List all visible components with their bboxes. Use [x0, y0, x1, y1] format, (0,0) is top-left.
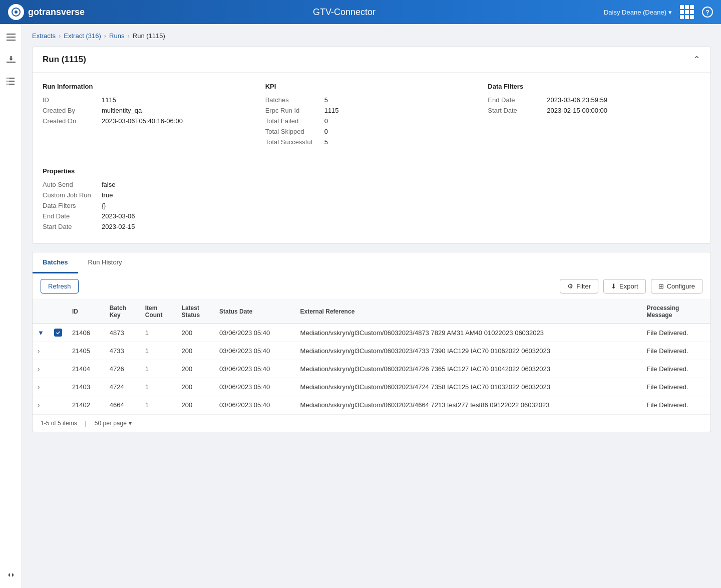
row-status-date: 03/06/2023 05:40: [214, 342, 295, 360]
th-id: ID: [67, 300, 105, 324]
prop-end-date-value: 2023-03-06: [102, 212, 135, 220]
sidebar-expand-icon[interactable]: [4, 568, 18, 582]
kpi-section: KPI Batches 5 Erpc Run Id 1115 Total Fai…: [265, 83, 478, 149]
table-toolbar: Refresh ⚙ Filter ⬇ Export ⊞ Configure: [33, 273, 710, 300]
export-button[interactable]: ⬇ Export: [603, 279, 646, 293]
run-card: Run (1115) ⌃ Run Information ID 1115 Cre…: [32, 47, 711, 244]
help-icon[interactable]: ?: [702, 7, 713, 18]
properties-grid: Auto Send false Custom Job Run true Data…: [43, 181, 700, 233]
sidebar-list-icon[interactable]: [4, 74, 18, 88]
collapse-button[interactable]: ⌃: [693, 54, 700, 65]
row-item-count: 1: [140, 342, 177, 360]
row-expand-icon[interactable]: ›: [38, 365, 40, 373]
row-expand-icon[interactable]: ›: [38, 347, 40, 355]
row-batch-key: 4726: [105, 360, 140, 378]
row-latest-status: 200: [177, 396, 215, 414]
row-checkbox-cell[interactable]: [49, 360, 67, 378]
properties-col1: Auto Send false Custom Job Run true Data…: [43, 181, 255, 233]
run-info-id: ID 1115: [43, 96, 255, 104]
refresh-button[interactable]: Refresh: [41, 279, 79, 293]
row-processing-message: File Delivered.: [642, 342, 710, 360]
properties-heading: Properties: [43, 167, 700, 175]
configure-label: Configure: [667, 282, 695, 290]
export-label: Export: [619, 282, 638, 290]
logo[interactable]: gotransverse: [8, 4, 85, 20]
data-filters-section: Data Filters End Date 2023-03-06 23:59:5…: [488, 83, 700, 149]
sidebar-download-icon[interactable]: [4, 52, 18, 66]
th-checkbox: [49, 300, 67, 324]
th-item-count: ItemCount: [140, 300, 177, 324]
row-external-reference: Mediation/vskryn/gl3Custom/06032023/4724…: [295, 378, 642, 396]
row-expand-icon[interactable]: ›: [38, 383, 40, 391]
tab-batches[interactable]: Batches: [33, 252, 78, 273]
df-start-date-label: Start Date: [488, 107, 543, 114]
apps-grid-icon[interactable]: [680, 5, 694, 19]
df-start-date-value: 2023-02-15 00:00:00: [547, 107, 607, 114]
filter-button[interactable]: ⚙ Filter: [560, 279, 598, 293]
breadcrumb-sep-1: ›: [59, 32, 61, 40]
row-checkbox-cell[interactable]: [49, 324, 67, 342]
per-page-label: 50 per page: [95, 420, 127, 427]
kpi-batches-value: 5: [324, 96, 328, 104]
user-menu[interactable]: Daisy Deane (Deane) ▾: [604, 9, 672, 16]
row-checkbox-cell[interactable]: [49, 342, 67, 360]
row-external-reference: Mediation/vskryn/gl3Custom/06032023/4726…: [295, 360, 642, 378]
row-external-reference: Mediation/vskryn/gl3Custom/06032023/4664…: [295, 396, 642, 414]
per-page-selector[interactable]: 50 per page ▾: [95, 420, 132, 427]
row-checkbox-cell[interactable]: [49, 378, 67, 396]
row-id: 21406: [67, 324, 105, 342]
tabs-bar: Batches Run History: [32, 252, 711, 273]
th-batch-key: BatchKey: [105, 300, 140, 324]
user-name: Daisy Deane (Deane): [604, 9, 666, 16]
run-card-body: Run Information ID 1115 Created By multi…: [33, 73, 710, 243]
run-info-created-on: Created On 2023-03-06T05:40:16-06:00: [43, 117, 255, 125]
th-processing-message: ProcessingMessage: [642, 300, 710, 324]
row-latest-status: 200: [177, 342, 215, 360]
prop-data-filters-label: Data Filters: [43, 202, 98, 209]
kpi-heading: KPI: [265, 83, 478, 90]
row-latest-status: 200: [177, 360, 215, 378]
row-item-count: 1: [140, 360, 177, 378]
breadcrumb-extracts[interactable]: Extracts: [32, 32, 56, 40]
svg-rect-11: [7, 84, 8, 85]
row-external-reference: Mediation/vskryn/gl3Custom/06032023/4733…: [295, 342, 642, 360]
row-expand-cell[interactable]: ▼: [33, 324, 49, 342]
run-card-header: Run (1115) ⌃: [33, 47, 710, 73]
row-expand-cell[interactable]: ›: [33, 396, 49, 414]
th-latest-status: LatestStatus: [177, 300, 215, 324]
breadcrumb-runs[interactable]: Runs: [109, 32, 124, 40]
row-latest-status: 200: [177, 324, 215, 342]
row-expand-cell[interactable]: ›: [33, 378, 49, 396]
row-checkbox[interactable]: [54, 329, 62, 337]
th-status-date: Status Date: [214, 300, 295, 324]
kpi-erpc-label: Erpc Run Id: [265, 107, 320, 114]
svg-rect-4: [7, 40, 16, 41]
table-row: › 21403 4724 1 200 03/06/2023 05:40 Medi…: [33, 378, 710, 396]
configure-button[interactable]: ⊞ Configure: [651, 279, 702, 293]
table-row: › 21405 4733 1 200 03/06/2023 05:40 Medi…: [33, 342, 710, 360]
tab-run-history[interactable]: Run History: [78, 252, 132, 273]
row-expand-cell[interactable]: ›: [33, 360, 49, 378]
row-checkbox-cell[interactable]: [49, 396, 67, 414]
row-processing-message: File Delivered.: [642, 324, 710, 342]
app-title: GTV-Connector: [85, 7, 604, 18]
kpi-total-failed: Total Failed 0: [265, 117, 478, 125]
row-batch-key: 4664: [105, 396, 140, 414]
kpi-failed-label: Total Failed: [265, 117, 320, 125]
breadcrumb-extract-316[interactable]: Extract (316): [64, 32, 101, 40]
batches-table: ID BatchKey ItemCount LatestStatus Statu…: [33, 300, 710, 414]
prop-custom-job-run: Custom Job Run true: [43, 191, 255, 199]
row-expand-icon[interactable]: ▼: [38, 329, 44, 337]
run-id-label: ID: [43, 96, 98, 104]
df-end-date-value: 2023-03-06 23:59:59: [547, 96, 607, 104]
row-expand-cell[interactable]: ›: [33, 342, 49, 360]
sidebar-menu-icon[interactable]: [4, 30, 18, 44]
run-created-on-label: Created On: [43, 117, 98, 125]
main-content: Extracts › Extract (316) › Runs › Run (1…: [22, 24, 721, 588]
row-id: 21403: [67, 378, 105, 396]
svg-rect-3: [7, 37, 16, 38]
row-expand-icon[interactable]: ›: [38, 401, 40, 409]
row-processing-message: File Delivered.: [642, 396, 710, 414]
row-processing-message: File Delivered.: [642, 378, 710, 396]
prop-end-date: End Date 2023-03-06: [43, 212, 255, 220]
